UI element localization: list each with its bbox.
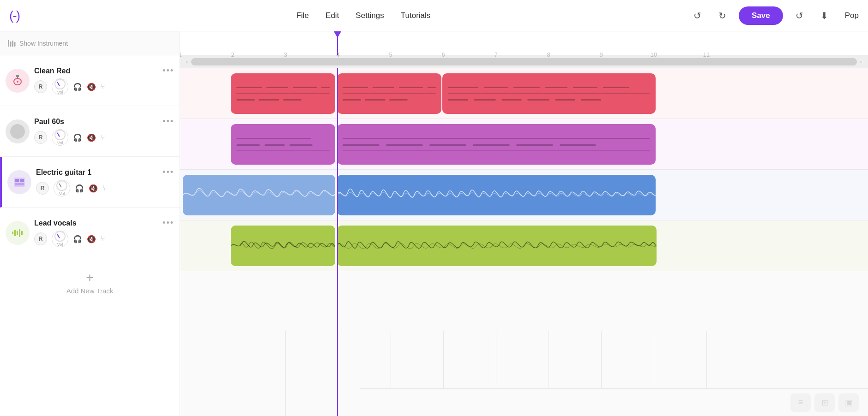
nav-settings[interactable]: Settings xyxy=(356,11,384,20)
fork-icon-paul-60s[interactable]: ⑂ xyxy=(101,133,105,142)
view-btn-3[interactable]: ▣ xyxy=(838,393,859,412)
svg-rect-12 xyxy=(12,232,13,234)
track-controls-paul-60s: R Vol 🎧 🔇 ⑂ xyxy=(34,129,174,146)
nav-tutorials[interactable]: Tutorials xyxy=(401,11,431,20)
ruler-num-6: 6 xyxy=(441,51,445,58)
headphone-icon-clean-red[interactable]: 🎧 xyxy=(73,83,82,91)
track-more-lead-vocals[interactable]: ••• xyxy=(163,218,174,228)
fork-icon-lead-vocals[interactable]: ⑂ xyxy=(101,235,105,243)
track-controls-clean-red: R Vol 🎧 🔇 ⑂ xyxy=(34,78,174,95)
headphone-icon-paul-60s[interactable]: 🎧 xyxy=(73,133,82,142)
track-name-electric-guitar: Electric guitar 1 xyxy=(36,168,91,177)
clip-paul-60s-1[interactable] xyxy=(231,124,335,165)
range-bar[interactable] xyxy=(191,58,857,65)
playhead-ruler xyxy=(337,31,338,55)
ruler-num-2: 2 xyxy=(231,51,234,58)
track-name-row: Electric guitar 1 ••• xyxy=(36,167,174,177)
fork-icon-electric-guitar[interactable]: ⑂ xyxy=(102,184,107,192)
waveform-icon xyxy=(11,226,24,239)
clip-lead-vocals-1[interactable] xyxy=(231,226,335,266)
waveform-svg-vocals-2 xyxy=(337,227,657,264)
track-avatar-paul-60s xyxy=(6,119,30,143)
redo-button[interactable]: ↻ xyxy=(714,7,730,24)
app-logo: (-) xyxy=(9,8,19,23)
sync-button[interactable]: ↺ xyxy=(791,7,808,24)
track-avatar-lead-vocals xyxy=(6,221,30,245)
guitar-icon xyxy=(11,74,24,87)
track-name-lead-vocals: Lead vocals xyxy=(34,219,77,227)
track-info-electric-guitar: Electric guitar 1 ••• R Vol 🎧 🔇 ⑂ xyxy=(36,167,174,196)
headphone-icon-electric-guitar[interactable]: 🎧 xyxy=(75,184,84,193)
svg-rect-1 xyxy=(10,42,12,47)
ruler-num-5: 5 xyxy=(389,51,392,58)
mute-icon-paul-60s[interactable]: 🔇 xyxy=(87,133,96,142)
clip-clean-red-3[interactable] xyxy=(442,73,656,114)
track-info-paul-60s: Paul 60s ••• R Vol 🎧 🔇 ⑂ xyxy=(34,117,174,146)
range-arrow-right-icon[interactable]: ← xyxy=(859,58,866,66)
nav-file[interactable]: File xyxy=(296,11,309,20)
ruler-num-7: 7 xyxy=(494,51,497,58)
vol-dial-paul-60s[interactable]: Vol xyxy=(52,129,68,146)
track-row: Paul 60s ••• R Vol 🎧 🔇 ⑂ xyxy=(0,106,180,157)
track-row: Electric guitar 1 ••• R Vol 🎧 🔇 ⑂ xyxy=(0,157,180,208)
track-lane-lead-vocals[interactable] xyxy=(180,220,868,271)
svg-rect-15 xyxy=(19,229,20,237)
svg-rect-9 xyxy=(15,179,19,182)
vol-dial-clean-red[interactable]: Vol xyxy=(52,78,68,95)
svg-point-7 xyxy=(17,81,18,83)
track-more-electric-guitar[interactable]: ••• xyxy=(163,167,174,177)
save-button[interactable]: Save xyxy=(739,6,783,25)
track-avatar-clean-red xyxy=(6,69,30,93)
svg-rect-10 xyxy=(20,179,24,182)
svg-rect-16 xyxy=(21,231,23,235)
playhead-line xyxy=(337,68,338,416)
svg-rect-11 xyxy=(15,183,24,185)
track-avatar-electric-guitar xyxy=(7,170,31,194)
show-instrument-bar[interactable]: Show Instrument xyxy=(0,31,180,55)
mute-icon-lead-vocals[interactable]: 🔇 xyxy=(87,235,96,244)
clip-electric-guitar-1[interactable] xyxy=(183,175,335,215)
track-more-paul-60s[interactable]: ••• xyxy=(163,117,174,126)
record-btn-paul-60s[interactable]: R xyxy=(34,131,47,144)
track-lane-clean-red[interactable] xyxy=(180,68,868,119)
record-btn-electric-guitar[interactable]: R xyxy=(36,182,49,195)
mute-icon-electric-guitar[interactable]: 🔇 xyxy=(89,184,98,193)
svg-rect-14 xyxy=(17,231,18,235)
track-lane-empty xyxy=(180,271,868,331)
track-name-clean-red: Clean Red xyxy=(34,67,70,75)
track-lane-electric-guitar[interactable] xyxy=(180,170,868,220)
genre-label: Pop xyxy=(845,11,859,20)
download-button[interactable]: ⬇ xyxy=(816,7,833,24)
playhead-triangle xyxy=(334,31,341,38)
clip-lead-vocals-2[interactable] xyxy=(337,226,657,266)
track-lane-paul-60s[interactable] xyxy=(180,119,868,170)
headphone-icon-lead-vocals[interactable]: 🎧 xyxy=(73,235,82,244)
nav-edit[interactable]: Edit xyxy=(326,11,339,20)
track-more-clean-red[interactable]: ••• xyxy=(163,66,174,76)
main-nav: File Edit Settings Tutorials xyxy=(38,11,689,20)
app-header: (-) File Edit Settings Tutorials ↺ ↻ Sav… xyxy=(0,0,868,31)
undo-button[interactable]: ↺ xyxy=(689,7,705,24)
clip-clean-red-2[interactable] xyxy=(337,73,441,114)
vol-dial-lead-vocals[interactable]: Vol xyxy=(52,231,68,247)
mute-icon-clean-red[interactable]: 🔇 xyxy=(87,83,96,91)
timeline-area: 1 2 3 4 5 6 7 8 9 10 11 → ← xyxy=(180,31,868,416)
range-arrow-left-icon[interactable]: → xyxy=(182,58,189,66)
track-info-lead-vocals: Lead vocals ••• R Vol 🎧 🔇 ⑂ xyxy=(34,218,174,247)
clip-paul-60s-2[interactable] xyxy=(337,124,656,165)
bottom-toolbar: ≡ ⊞ ▣ xyxy=(360,388,868,416)
fork-icon-clean-red[interactable]: ⑂ xyxy=(101,83,105,91)
view-btn-1[interactable]: ≡ xyxy=(790,393,811,412)
vol-dial-electric-guitar[interactable]: Vol xyxy=(54,180,70,196)
view-btn-2[interactable]: ⊞ xyxy=(814,393,835,412)
record-btn-clean-red[interactable]: R xyxy=(34,80,47,93)
track-name-paul-60s: Paul 60s xyxy=(34,118,64,126)
svg-rect-3 xyxy=(14,42,16,47)
clip-electric-guitar-2[interactable] xyxy=(337,175,656,215)
instrument-icon xyxy=(7,39,16,48)
add-track-button[interactable]: + Add New Track xyxy=(0,258,180,308)
record-btn-lead-vocals[interactable]: R xyxy=(34,232,47,245)
track-list: Clean Red ••• R Vol 🎧 🔇 ⑂ xyxy=(0,55,180,416)
track-name-row: Clean Red ••• xyxy=(34,66,174,76)
clip-clean-red-1[interactable] xyxy=(231,73,335,114)
